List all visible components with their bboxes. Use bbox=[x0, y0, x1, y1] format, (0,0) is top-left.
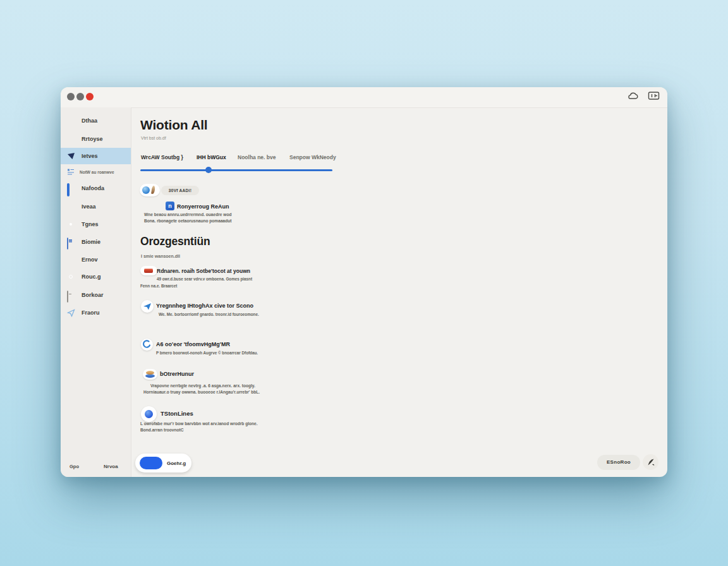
badge-icon-pill[interactable] bbox=[140, 184, 160, 196]
sidebar-item-ernov[interactable]: Ernov bbox=[61, 251, 131, 268]
circle-icon bbox=[67, 117, 75, 125]
sidebar-item-tgnes[interactable]: Tgnes bbox=[61, 216, 131, 232]
sidebar-footer-right[interactable]: Nrvoa bbox=[104, 464, 118, 469]
sidebar-item-roucg[interactable]: Rouc.g bbox=[61, 268, 131, 285]
sidebar-item-label: Iveaa bbox=[82, 203, 96, 210]
tab-ihh-bwgux-active[interactable]: IHH bWGux bbox=[197, 154, 226, 160]
section-heading: Orozgesntiün bbox=[140, 235, 210, 248]
toggle-label: Goehr.g bbox=[167, 461, 186, 466]
gray-outline-icon bbox=[67, 291, 75, 299]
org-item-title[interactable]: TStonLines bbox=[161, 410, 193, 417]
window-close-button[interactable] bbox=[86, 93, 94, 100]
desktop-background: Dthaa Rrtoyse Ietves NotW au roanwve Naf… bbox=[0, 0, 728, 566]
sidebar-item-label: NotW au roanwve bbox=[80, 170, 114, 174]
sidebar-item-label: Fraoru bbox=[82, 310, 100, 316]
sidebar-item-label: Ernov bbox=[82, 256, 98, 263]
list-icon bbox=[67, 168, 75, 176]
feather-icon bbox=[151, 186, 155, 195]
rounded-square-icon bbox=[67, 135, 75, 143]
diamond-icon bbox=[67, 203, 75, 211]
red-card-glyph bbox=[144, 268, 153, 273]
footer-toggle-pill: Goehr.g bbox=[135, 454, 191, 473]
tab-wrcaw-soutbg[interactable]: WrcAW Soutbg } bbox=[141, 154, 183, 160]
section-note: I smie wansoen.dll bbox=[141, 254, 180, 258]
square-badge-icon bbox=[67, 238, 75, 246]
notion-logo-icon: n bbox=[166, 202, 174, 210]
org-item-desc: Vrapovne nerrbgte nevtrg .a. 6 asga.nerx… bbox=[150, 383, 255, 388]
tab-slider-thumb[interactable] bbox=[205, 167, 212, 173]
swirl-icon bbox=[141, 339, 153, 351]
sidebar-item-label: Borkoar bbox=[82, 292, 104, 298]
org-item-desc: Fenn na.e. Braarcet bbox=[140, 284, 177, 288]
sidebar-item-notw[interactable]: NotW au roanwve bbox=[61, 164, 131, 180]
window-titlebar bbox=[61, 87, 667, 108]
red-card-icon bbox=[140, 266, 157, 275]
intro-item-desc-2: Bona. rbonagete oetaorusnauno pomaaadut bbox=[144, 219, 231, 223]
keyboard-icon[interactable] bbox=[648, 91, 660, 100]
pen-icon-button[interactable] bbox=[643, 454, 658, 470]
paper-plane-icon bbox=[67, 309, 75, 317]
esnoroo-button[interactable]: ESnoRoo bbox=[597, 455, 640, 470]
pancake-top bbox=[146, 371, 154, 375]
org-item-title[interactable]: bOtrerHunur bbox=[160, 371, 194, 377]
sidebar-item-borkoar[interactable]: Borkoar bbox=[61, 287, 131, 303]
sidebar-item-label: Biomie bbox=[82, 239, 100, 245]
intro-item-desc-1: Wne beaou annru.uedrrermnd. ouaedre wod bbox=[144, 212, 232, 217]
rounded-square-dot-icon bbox=[67, 220, 75, 229]
paper-plane-blue-icon bbox=[141, 300, 154, 313]
sidebar-item-label: Nafooda bbox=[82, 185, 104, 191]
org-item-desc: L owrofabe mur'r bow barvbbn wot arv.ian… bbox=[140, 421, 258, 426]
tab-slider-track[interactable] bbox=[140, 169, 332, 171]
sidebar: Dthaa Rrtoyse Ietves NotW au roanwve Naf… bbox=[61, 107, 131, 477]
org-item-desc: Bond.arran troovnotC bbox=[140, 428, 184, 432]
square-outline-icon bbox=[67, 184, 75, 193]
org-item-desc: P bmero boorwot-nonoh Augrve © bnoarrcar… bbox=[156, 351, 258, 355]
sidebar-item-fraoru[interactable]: Fraoru bbox=[61, 304, 131, 321]
bird-icon bbox=[67, 152, 75, 160]
tab-noolha[interactable]: Noolha ne. bve bbox=[238, 154, 276, 160]
cloud-icon[interactable] bbox=[628, 91, 641, 102]
intro-item-title[interactable]: Ronyerroug ReAun bbox=[177, 203, 229, 210]
sidebar-item-biomie[interactable]: Biomie bbox=[61, 234, 131, 250]
sidebar-item-ietves-selected[interactable]: Ietves bbox=[61, 148, 131, 164]
org-item-title[interactable]: Rdnaren. roaih Sotbe'tocot at youwn bbox=[157, 268, 250, 274]
sidebar-item-label: Rrtoyse bbox=[82, 136, 103, 142]
pancake-icon bbox=[143, 369, 157, 380]
sidebar-item-label: Ietves bbox=[82, 153, 98, 159]
toggle-switch-on[interactable] bbox=[140, 457, 162, 469]
sidebar-item-label: Rouc.g bbox=[82, 274, 101, 280]
sidebar-item-rrtoyse[interactable]: Rrtoyse bbox=[61, 131, 131, 147]
blue-dot-glyph bbox=[145, 410, 153, 418]
org-item-desc: Horniauaur.o truay owwna. buooeoe r.lAng… bbox=[143, 390, 260, 394]
app-window: Dthaa Rrtoyse Ietves NotW au roanwve Naf… bbox=[61, 87, 667, 477]
blue-sphere-icon bbox=[142, 186, 150, 194]
sidebar-item-nafooda[interactable]: Nafooda bbox=[61, 180, 131, 196]
blue-dot-icon bbox=[141, 406, 157, 422]
window-minimize-button[interactable] bbox=[67, 93, 75, 100]
org-item-desc: We. Me. bortoorriomf gnardo. treonr.id f… bbox=[159, 312, 259, 316]
sidebar-item-dthaa[interactable]: Dthaa bbox=[61, 112, 131, 129]
org-item-title[interactable]: Yregnnheg IHtoghAx cive tor Scono bbox=[156, 303, 253, 309]
window-zoom-button[interactable] bbox=[76, 93, 84, 100]
sidebar-item-iveaa[interactable]: Iveaa bbox=[61, 198, 131, 215]
tab-senpow[interactable]: Senpow WkNeody bbox=[289, 154, 336, 160]
ring-circle-icon bbox=[67, 273, 75, 281]
page-subtitle: Vtrt bst ob.df bbox=[141, 136, 166, 140]
status-badge[interactable]: 30Vf AADi! bbox=[161, 186, 199, 195]
page-title: Wiotion All bbox=[140, 117, 207, 133]
org-item-desc: 49 owr.d.buse sear vdrv.v omboena. Gomes… bbox=[157, 277, 252, 281]
sidebar-item-label: Dthaa bbox=[82, 117, 97, 124]
sidebar-item-label: Tgnes bbox=[82, 221, 99, 227]
rounded-square-dark-icon bbox=[67, 256, 75, 264]
sidebar-footer-left[interactable]: Gpo bbox=[70, 464, 79, 469]
org-item-title[interactable]: A6 oo'eor 'tfoomvHgMg'MR bbox=[156, 341, 230, 347]
